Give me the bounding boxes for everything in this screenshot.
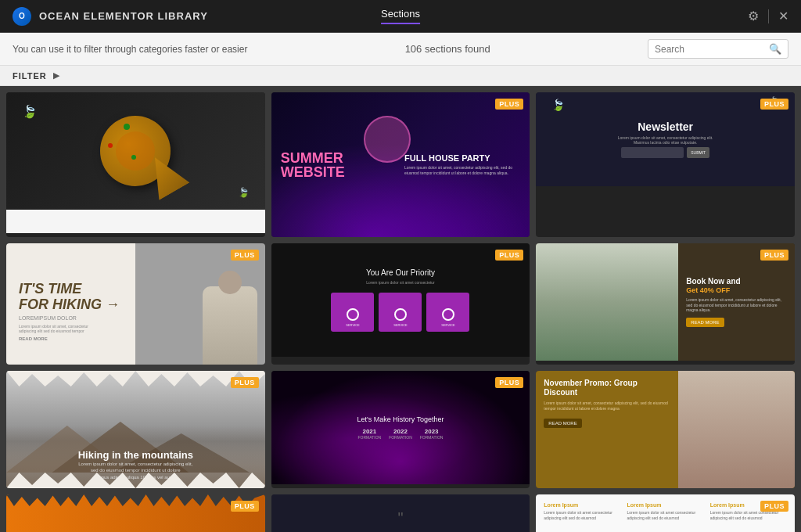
filter-arrow-icon[interactable]: ▶ bbox=[53, 70, 59, 81]
header-divider bbox=[768, 9, 769, 23]
quote-icon: " bbox=[397, 509, 403, 527]
timeline-item-2: 2022 FORMATION bbox=[389, 428, 412, 440]
torn-wave-top bbox=[6, 494, 265, 506]
promo-photo-right bbox=[678, 371, 795, 488]
app-header: O OCEAN ELEMENTOR LIBRARY Sections ⚙ ✕ bbox=[0, 0, 801, 33]
card-lorem-table[interactable]: PLUS Lorem Ipsum Lorem ipsum dolor sit a… bbox=[536, 494, 795, 532]
hiking-desc: Lorem ipsum dolor sit amet, consectetura… bbox=[19, 324, 120, 333]
plus-badge-summer: PLUS bbox=[495, 99, 523, 110]
timeline-year-3: 2023 bbox=[420, 428, 444, 435]
history-timeline: 2021 FORMATION 2022 FORMATION 2023 FORMA… bbox=[358, 428, 444, 440]
card-booking[interactable]: PLUS Book Now and Get 40% OFF Lorem ipsu… bbox=[536, 243, 795, 365]
lorem-col-1: Lorem Ipsum Lorem ipsum dolor sit amet c… bbox=[544, 502, 620, 521]
history-title: Let's Make History Together bbox=[357, 415, 444, 423]
plus-badge-history: PLUS bbox=[495, 377, 523, 388]
filter-label: FILTER bbox=[13, 71, 47, 81]
lorem-col-1-title: Lorem Ipsum bbox=[544, 502, 620, 508]
plus-badge-orange: PLUS bbox=[231, 501, 259, 512]
sections-count: 106 sections found bbox=[405, 43, 490, 55]
card-history[interactable]: PLUS Let's Make History Together 2021 FO… bbox=[271, 371, 530, 488]
booking-title: Book Now and bbox=[686, 277, 787, 286]
priority-box-3: SERVICE bbox=[426, 293, 469, 332]
priority-desc: Lorem ipsum dolor sit amet consectetur bbox=[366, 280, 435, 285]
card-promo[interactable]: November Promo: Group Discount Lorem ips… bbox=[536, 371, 795, 488]
card-pizza[interactable]: 🍃 🍃 bbox=[6, 92, 265, 237]
party-title: FULL HOUSE PARTY bbox=[404, 153, 520, 163]
lorem-col-1-text: Lorem ipsum dolor sit amet consectetur a… bbox=[544, 510, 620, 521]
booking-photo-left bbox=[536, 243, 678, 361]
mountains-title: Hiking in the mountains bbox=[78, 449, 193, 461]
header-left: O OCEAN ELEMENTOR LIBRARY bbox=[13, 7, 208, 26]
header-right: ⚙ ✕ bbox=[748, 9, 788, 23]
lorem-col-2-title: Lorem Ipsum bbox=[627, 502, 704, 508]
promo-persons-photo bbox=[678, 371, 795, 488]
priority-box-text-3: SERVICE bbox=[441, 323, 455, 327]
priority-icon-2 bbox=[394, 308, 407, 321]
summer-title: SUMMER WEBSITE bbox=[281, 151, 397, 179]
priority-icon-1 bbox=[347, 308, 359, 321]
pizza-bottom-bar bbox=[6, 210, 265, 233]
lorem-columns: Lorem Ipsum Lorem ipsum dolor sit amet c… bbox=[544, 502, 787, 521]
torn-top bbox=[6, 371, 265, 386]
promo-content: November Promo: Group Discount Lorem ips… bbox=[536, 371, 678, 488]
priority-box-text-1: SERVICE bbox=[346, 323, 360, 327]
plus-badge-mountains: PLUS bbox=[231, 377, 259, 388]
party-desc: Lorem ipsum dolor sit amet, consectetur … bbox=[404, 165, 520, 176]
lorem-col-3-text: Lorem ipsum dolor sit amet consectetur a… bbox=[710, 510, 787, 521]
hiker-figure bbox=[203, 286, 257, 365]
tab-sections[interactable]: Sections bbox=[381, 8, 420, 24]
priority-box-text-2: SERVICE bbox=[393, 323, 408, 327]
card-hiking[interactable]: PLUS IT'S TIMEFOR HIKING → LOREMIPSUM DO… bbox=[6, 243, 265, 365]
plus-badge-hiking: PLUS bbox=[231, 250, 259, 261]
newsletter-desc: Lorem ipsum dolor sit amet, consectetur … bbox=[618, 135, 713, 145]
plus-badge-priority: PLUS bbox=[495, 250, 523, 261]
priority-boxes: SERVICE SERVICE SERVICE bbox=[331, 293, 469, 332]
summer-right: FULL HOUSE PARTY Lorem ipsum dolor sit a… bbox=[397, 153, 520, 176]
search-icon: 🔍 bbox=[769, 43, 781, 55]
timeline-item-1: 2021 FORMATION bbox=[358, 428, 382, 440]
booking-mountain-photo bbox=[536, 243, 678, 361]
lorem-col-2: Lorem Ipsum Lorem ipsum dolor sit amet c… bbox=[627, 502, 704, 521]
timeline-label-1: FORMATION bbox=[358, 435, 382, 440]
main-content: 🍃 🍃 PLUS bbox=[0, 86, 801, 532]
promo-desc: Lorem ipsum dolor sit amet, consectetur … bbox=[544, 401, 670, 411]
close-icon[interactable]: ✕ bbox=[778, 9, 788, 23]
priority-title: You Are Our Priority bbox=[366, 268, 435, 277]
promo-title: November Promo: Group Discount bbox=[544, 379, 670, 397]
booking-desc: Lorem ipsum dolor sit amet, consectetur … bbox=[686, 297, 787, 313]
booking-subtitle: Get 40% OFF bbox=[686, 286, 787, 294]
lorem-col-2-text: Lorem ipsum dolor sit amet consectetur a… bbox=[627, 510, 704, 521]
card-mountains[interactable]: PLUS Hiking in the mountains Lorem ipsum… bbox=[6, 371, 265, 488]
app-title: OCEAN ELEMENTOR LIBRARY bbox=[39, 10, 208, 22]
newsletter-form: SUBMIT bbox=[621, 147, 709, 158]
hiking-text: IT'S TIMEFOR HIKING → LOREMIPSUM DOLOR L… bbox=[19, 282, 120, 341]
plus-badge-newsletter: PLUS bbox=[760, 99, 788, 110]
leaf-icon-left: 🍃 bbox=[22, 104, 38, 119]
newsletter-title: Newsletter bbox=[638, 120, 693, 133]
card-orange-bottom[interactable]: PLUS bbox=[6, 494, 265, 532]
toolbar-right: 🔍 bbox=[648, 39, 788, 59]
booking-btn[interactable]: READ MORE bbox=[686, 318, 724, 327]
toolbar: You can use it to filter through categor… bbox=[0, 33, 801, 66]
search-box[interactable]: 🔍 bbox=[648, 39, 788, 59]
card-priority[interactable]: PLUS You Are Our Priority Lorem ipsum do… bbox=[271, 243, 530, 365]
toolbar-hint: You can use it to filter through categor… bbox=[13, 44, 247, 55]
card-quote[interactable]: " bbox=[271, 494, 530, 532]
grid-area: 🍃 🍃 PLUS bbox=[0, 86, 801, 532]
read-more-link[interactable]: READ MORE bbox=[19, 336, 120, 341]
booking-content: Book Now and Get 40% OFF Lorem ipsum dol… bbox=[678, 243, 795, 361]
newsletter-submit[interactable]: SUBMIT bbox=[687, 147, 709, 158]
newsletter-email-field[interactable] bbox=[621, 147, 684, 158]
search-input[interactable] bbox=[655, 44, 764, 55]
plus-badge-lorem: PLUS bbox=[760, 501, 788, 512]
card-summer-party[interactable]: PLUS SUMMER WEBSITE FULL HOUSE PARTY Lor… bbox=[271, 92, 530, 237]
priority-box-2: SERVICE bbox=[379, 293, 422, 332]
settings-icon[interactable]: ⚙ bbox=[748, 9, 759, 23]
summer-left: SUMMER WEBSITE bbox=[281, 151, 397, 179]
leaf-icon-right: 🍃 bbox=[238, 187, 250, 198]
newsletter-leaf-left: 🍃 bbox=[551, 99, 565, 111]
priority-box-1: SERVICE bbox=[331, 293, 374, 332]
timeline-year-2: 2022 bbox=[389, 428, 412, 435]
promo-btn[interactable]: READ MORE bbox=[544, 419, 581, 428]
card-newsletter[interactable]: PLUS 🍃 🍃 Newsletter Lorem ipsum dolor si… bbox=[536, 92, 795, 237]
